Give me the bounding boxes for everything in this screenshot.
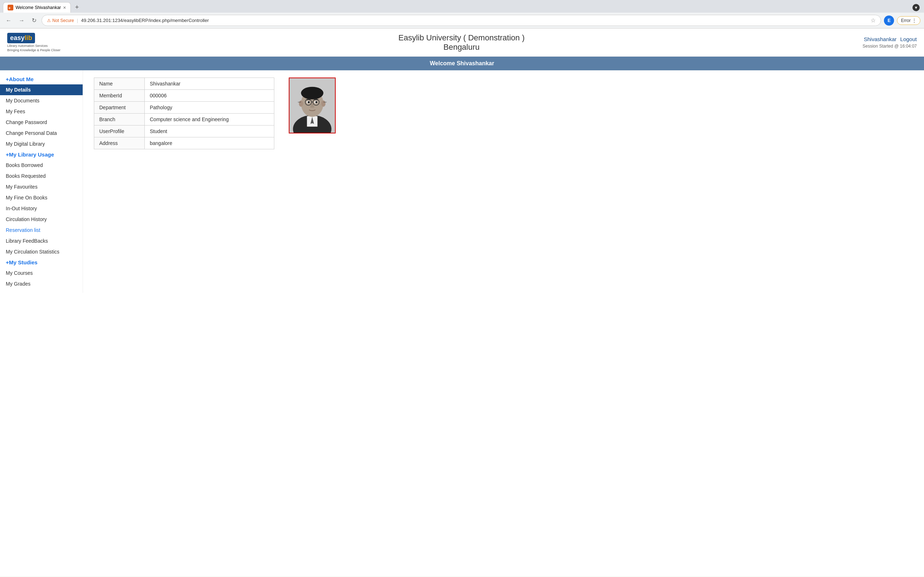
member-details-table: NameShivashankarMemberId000006Department… [94,77,274,149]
sidebar: +About Me My Details My Documents My Fee… [0,70,83,293]
logout-link[interactable]: Logout [900,36,917,42]
table-row: DepartmentPathology [94,102,274,114]
warning-icon: ⚠ [47,18,51,23]
profile-button[interactable]: E [884,16,894,26]
sidebar-item-books-borrowed[interactable]: Books Borrowed [0,160,82,171]
sidebar-item-my-details[interactable]: My Details [0,84,82,95]
field-label: MemberId [94,90,145,102]
field-value: Student [145,126,274,137]
field-label: Department [94,102,145,114]
main-content: NameShivashankarMemberId000006Department… [83,70,924,293]
sidebar-item-my-circulation-statistics[interactable]: My Circulation Statistics [0,246,82,257]
tab-bar: e Welcome Shivashankar × + ▼ [3,2,921,13]
new-tab-button[interactable]: + [72,2,82,13]
tab-favicon: e [8,5,13,10]
url-separator: | [77,18,78,23]
university-city: Bengaluru [399,43,525,52]
logo: easylib Library Automation Services Brin… [7,33,61,52]
field-value: Computer science and Engineering [145,114,274,126]
sidebar-item-reservation-list[interactable]: Reservation list [0,225,82,235]
page-wrapper: easylib Library Automation Services Brin… [0,29,924,577]
field-label: Branch [94,114,145,126]
tab-close-button[interactable]: × [63,5,66,10]
sidebar-item-change-password[interactable]: Change Password [0,117,82,128]
details-row: NameShivashankarMemberId000006Department… [94,77,913,149]
svg-point-9 [301,87,323,100]
svg-point-14 [299,100,303,106]
tab-title: Welcome Shivashankar [16,5,61,10]
field-value: Shivashankar [145,78,274,90]
sidebar-item-my-favourites[interactable]: My Favourites [0,181,82,192]
error-button[interactable]: Error ⋮ [897,16,921,25]
sidebar-item-library-feedbacks[interactable]: Library FeedBacks [0,235,82,246]
field-value: bangalore [145,137,274,149]
table-row: UserProfileStudent [94,126,274,137]
username-link[interactable]: Shivashankar [864,36,897,42]
forward-button[interactable]: → [16,16,27,25]
sidebar-item-my-documents[interactable]: My Documents [0,95,82,106]
sidebar-item-in-out-history[interactable]: In-Out History [0,203,82,214]
svg-text:e: e [9,6,10,10]
bookmark-button[interactable]: ☆ [871,17,876,24]
sidebar-item-my-courses[interactable]: My Courses [0,268,82,279]
reload-button[interactable]: ↻ [30,16,39,25]
sidebar-item-my-fine-on-books[interactable]: My Fine On Books [0,192,82,203]
university-name: Easylib University ( Demonstration ) [399,33,525,43]
sidebar-section-about-me[interactable]: +About Me [0,74,82,84]
address-bar[interactable]: ⚠ Not Secure | 49.206.31.201:1234/easyli… [42,15,881,26]
sidebar-item-circulation-history[interactable]: Circulation History [0,214,82,225]
browser-controls: ← → ↻ ⚠ Not Secure | 49.206.31.201:1234/… [0,13,924,29]
back-button[interactable]: ← [3,16,14,25]
logo-text: easylib [10,34,32,42]
sidebar-item-my-digital-library[interactable]: My Digital Library [0,139,82,149]
logo-box: easylib [7,33,35,43]
field-value: Pathology [145,102,274,114]
field-label: Address [94,137,145,149]
sidebar-section-my-studies[interactable]: +My Studies [0,257,82,268]
not-secure-indicator: ⚠ Not Secure [47,18,74,23]
url-text: 49.206.31.201:1234/easylibERP/index.php/… [81,18,208,23]
active-tab[interactable]: e Welcome Shivashankar × [3,2,71,13]
user-links: Shivashankar Logout [863,36,917,42]
field-value: 000006 [145,90,274,102]
table-row: NameShivashankar [94,78,274,90]
error-menu-icon: ⋮ [912,18,916,23]
sidebar-item-books-requested[interactable]: Books Requested [0,171,82,181]
sidebar-item-my-fees[interactable]: My Fees [0,106,82,117]
svg-point-15 [321,100,326,106]
sidebar-item-change-personal-data[interactable]: Change Personal Data [0,128,82,139]
session-info: Session Started @ 16:04:07 [863,44,917,49]
sidebar-section-my-library-usage[interactable]: +My Library Usage [0,149,82,160]
site-header: easylib Library Automation Services Brin… [0,29,924,56]
svg-point-12 [307,101,310,103]
profile-photo [289,77,336,134]
svg-point-13 [315,101,318,103]
site-title: Easylib University ( Demonstration ) Ben… [399,33,525,52]
table-row: Addressbangalore [94,137,274,149]
field-label: Name [94,78,145,90]
content-area: +About Me My Details My Documents My Fee… [0,70,924,293]
sidebar-item-my-grades[interactable]: My Grades [0,279,82,289]
field-label: UserProfile [94,126,145,137]
logo-sub2: Bringing Knowledge & People Closer [7,48,61,52]
welcome-bar: Welcome Shivashankar [0,56,924,70]
user-info: Shivashankar Logout Session Started @ 16… [863,36,917,49]
browser-chrome: e Welcome Shivashankar × + ▼ [0,0,924,13]
extension-icon[interactable]: ▼ [913,4,920,11]
profile-photo-area [289,77,336,134]
table-row: BranchComputer science and Engineering [94,114,274,126]
table-row: MemberId000006 [94,90,274,102]
logo-sub1: Library Automation Services [7,44,48,48]
